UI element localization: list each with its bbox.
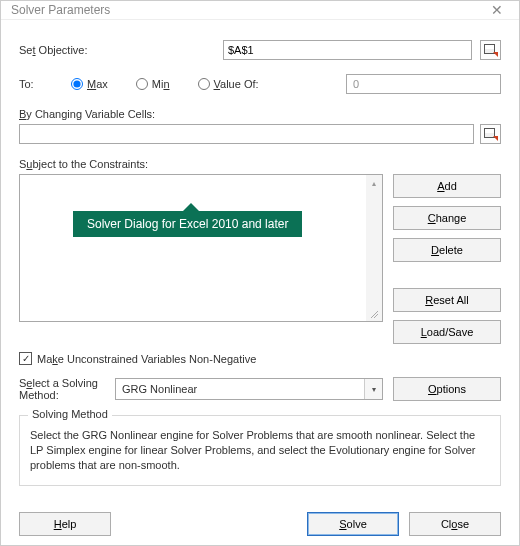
load-save-button[interactable]: Load/Save [393, 320, 501, 344]
scroll-up-icon[interactable]: ▴ [367, 176, 381, 190]
constraints-listbox[interactable]: ▴ Solver Dialog for Excel 2010 and later [19, 174, 383, 322]
radio-min-input[interactable] [136, 78, 148, 90]
nonneg-checkbox[interactable]: ✓ [19, 352, 32, 365]
help-button[interactable]: Help [19, 512, 111, 536]
solving-method-desc: Select the GRG Nonlinear engine for Solv… [30, 428, 490, 473]
dialog-footer: Help Solve Close [19, 512, 501, 536]
range-picker-icon [484, 44, 497, 56]
close-button[interactable]: Close [409, 512, 501, 536]
radio-min[interactable]: Min [136, 78, 170, 90]
range-picker-icon [484, 128, 497, 140]
solver-dialog: Solver Parameters ✕ Set Objective: To: M… [0, 0, 520, 546]
objective-range-picker[interactable] [480, 40, 501, 60]
reset-all-button[interactable]: Reset All [393, 288, 501, 312]
method-select-value: GRG Nonlinear [116, 379, 364, 399]
close-icon[interactable]: ✕ [483, 1, 511, 19]
add-button[interactable]: Add [393, 174, 501, 198]
objective-input[interactable] [223, 40, 472, 60]
to-label: To: [19, 78, 63, 90]
valueof-input[interactable] [346, 74, 501, 94]
changing-cells-input[interactable] [19, 124, 474, 144]
radio-valueof[interactable]: Value Of: [198, 78, 259, 90]
titlebar: Solver Parameters ✕ [1, 1, 519, 20]
solving-method-title: Solving Method [28, 408, 112, 420]
method-label: Select a Solving Method: [19, 377, 105, 401]
chevron-down-icon[interactable]: ▾ [364, 379, 382, 399]
set-objective-label: Set Objective: [19, 44, 215, 56]
constraints-label: Subject to the Constraints: [19, 158, 501, 170]
radio-valueof-input[interactable] [198, 78, 210, 90]
constraint-buttons: Add Change Delete Reset All Load/Save [393, 174, 501, 344]
change-button[interactable]: Change [393, 206, 501, 230]
tooltip: Solver Dialog for Excel 2010 and later [73, 211, 302, 237]
solve-button[interactable]: Solve [307, 512, 399, 536]
delete-button[interactable]: Delete [393, 238, 501, 262]
window-title: Solver Parameters [11, 3, 110, 17]
options-button[interactable]: Options [393, 377, 501, 401]
nonneg-label: Make Unconstrained Variables Non-Negativ… [37, 353, 256, 365]
radio-max[interactable]: Max [71, 78, 108, 90]
to-radio-group: Max Min Value Of: [71, 78, 259, 90]
changing-cells-label: By Changing Variable Cells: [19, 108, 501, 120]
radio-max-input[interactable] [71, 78, 83, 90]
method-select[interactable]: GRG Nonlinear ▾ [115, 378, 383, 400]
dialog-body: Set Objective: To: Max Min Value Of: [1, 20, 519, 546]
nonneg-checkbox-row[interactable]: ✓ Make Unconstrained Variables Non-Negat… [19, 352, 501, 365]
changing-range-picker[interactable] [480, 124, 501, 144]
solving-method-box: Solving Method Select the GRG Nonlinear … [19, 415, 501, 486]
